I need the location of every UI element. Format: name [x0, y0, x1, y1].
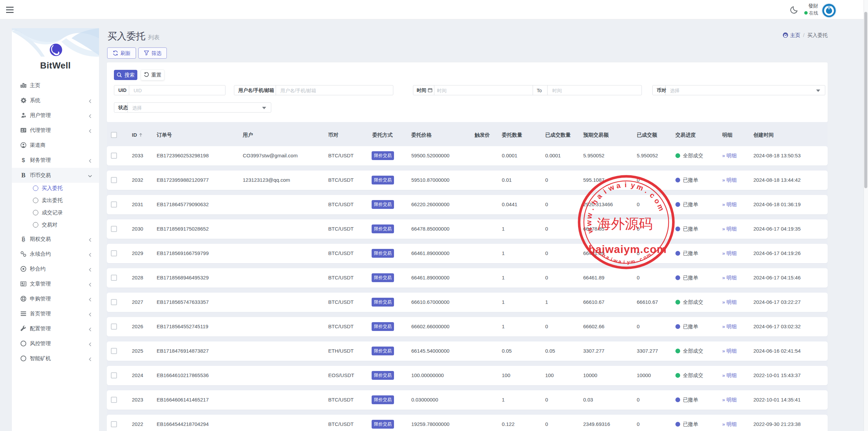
svg-text:i: i: [623, 259, 625, 265]
svg-text:h: h: [590, 198, 599, 206]
svg-text:$: $: [22, 157, 25, 163]
svg-text:c: c: [648, 191, 656, 200]
svg-text:m: m: [630, 258, 635, 265]
svg-text:w: w: [585, 220, 593, 227]
svg-text:y: y: [630, 181, 636, 190]
svg-text:y: y: [627, 259, 630, 265]
svg-text:.: .: [587, 206, 596, 211]
svg-text:w: w: [585, 227, 594, 235]
svg-text:海外源码: 海外源码: [597, 216, 653, 232]
svg-text:a: a: [595, 192, 604, 201]
svg-text:a: a: [615, 181, 622, 190]
svg-text:i: i: [625, 181, 627, 189]
svg-text:w: w: [585, 212, 594, 220]
svg-text:B: B: [22, 236, 25, 242]
svg-text:B: B: [21, 172, 25, 178]
svg-text:a: a: [618, 258, 622, 265]
svg-text:haiwaiym.com: haiwaiym.com: [589, 243, 667, 255]
svg-text:i: i: [602, 188, 608, 195]
svg-text:.: .: [644, 187, 650, 195]
